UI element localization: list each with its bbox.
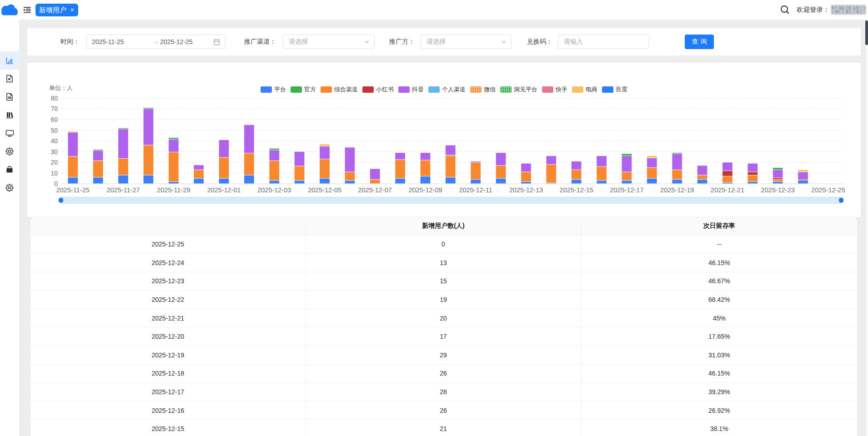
svg-text:2025-12-09: 2025-12-09: [408, 186, 442, 194]
svg-text:10: 10: [50, 170, 58, 177]
svg-text:2025-12-15: 2025-12-15: [560, 186, 593, 194]
svg-text:70: 70: [50, 105, 58, 112]
svg-text:2025-11-25: 2025-11-25: [56, 186, 90, 194]
svg-text:2025-12-11: 2025-12-11: [459, 186, 492, 194]
svg-text:60: 60: [50, 116, 58, 123]
svg-text:2025-11-27: 2025-11-27: [106, 186, 140, 194]
svg-text:2025-12-21: 2025-12-21: [711, 186, 744, 194]
svg-text:2025-12-13: 2025-12-13: [509, 186, 543, 194]
svg-text:20: 20: [50, 159, 58, 166]
svg-text:30: 30: [50, 148, 58, 155]
svg-text:2025-12-23: 2025-12-23: [761, 186, 795, 194]
svg-text:2025-12-01: 2025-12-01: [207, 186, 241, 194]
svg-text:2025-12-25: 2025-12-25: [811, 186, 845, 194]
svg-text:2025-12-17: 2025-12-17: [610, 186, 643, 194]
svg-text:80: 80: [50, 95, 58, 102]
svg-text:2025-12-05: 2025-12-05: [308, 186, 341, 194]
svg-text:2025-11-29: 2025-11-29: [157, 186, 190, 194]
svg-text:50: 50: [50, 127, 58, 134]
svg-text:2025-12-07: 2025-12-07: [358, 186, 392, 194]
svg-text:2025-12-19: 2025-12-19: [660, 186, 694, 194]
svg-text:40: 40: [50, 137, 58, 145]
svg-text:2025-12-03: 2025-12-03: [257, 186, 291, 194]
